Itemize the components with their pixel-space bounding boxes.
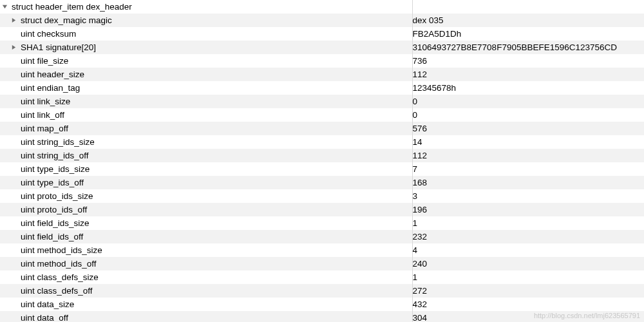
row-value-label: 3106493727B8E7708F7905BBEFE1596C123756CD bbox=[413, 43, 618, 52]
row-name-label: uint method_ids_size bbox=[21, 243, 102, 257]
row-value-cell: FB2A5D1Dh bbox=[412, 27, 644, 41]
row-value-label: 0 bbox=[413, 110, 418, 120]
table-row[interactable]: uint method_ids_off240 bbox=[0, 257, 644, 270]
table-row[interactable]: uint endian_tag12345678h bbox=[0, 81, 644, 95]
table-row[interactable]: uint link_off0 bbox=[0, 108, 644, 122]
row-value-cell: 112 bbox=[412, 68, 644, 81]
table-row[interactable]: uint class_defs_size1 bbox=[0, 270, 644, 284]
row-name-label: uint field_ids_off bbox=[21, 230, 83, 243]
row-name-label: uint data_size bbox=[21, 298, 74, 311]
svg-marker-0 bbox=[2, 5, 6, 8]
table-row[interactable]: uint field_ids_off232 bbox=[0, 230, 644, 243]
table-row[interactable]: uint proto_ids_size3 bbox=[0, 189, 644, 203]
table-row[interactable]: uint string_ids_off112 bbox=[0, 149, 644, 162]
row-value-label: 196 bbox=[413, 205, 428, 214]
row-name-label: uint link_size bbox=[21, 95, 70, 108]
row-value-cell: 0 bbox=[412, 108, 644, 122]
row-name-cell: uint method_ids_size bbox=[0, 243, 412, 257]
row-value-label: 1 bbox=[413, 218, 418, 228]
row-name-label: uint string_ids_off bbox=[21, 149, 89, 162]
row-name-cell: uint class_defs_size bbox=[0, 270, 412, 284]
row-value-cell: 112 bbox=[412, 149, 644, 162]
chevron-right-icon[interactable] bbox=[9, 43, 18, 52]
table-row[interactable]: uint proto_ids_off196 bbox=[0, 203, 644, 216]
row-name-cell: uint method_ids_off bbox=[0, 257, 412, 270]
row-value-cell: dex 035 bbox=[412, 14, 644, 27]
row-value-cell: 168 bbox=[412, 176, 644, 189]
table-row[interactable]: uint header_size112 bbox=[0, 68, 644, 81]
row-name-label: uint type_ids_off bbox=[21, 176, 84, 189]
row-name-cell: uint proto_ids_off bbox=[0, 203, 412, 216]
row-value-label: 3 bbox=[413, 191, 418, 201]
row-name-cell: uint checksum bbox=[0, 27, 412, 41]
row-name-cell: uint string_ids_off bbox=[0, 149, 412, 162]
row-name-cell: uint type_ids_off bbox=[0, 176, 412, 189]
row-name-label: uint map_off bbox=[21, 122, 68, 135]
struct-tree-body: struct header_item dex_headerstruct dex_… bbox=[0, 0, 644, 322]
table-row[interactable]: struct dex_magic magicdex 035 bbox=[0, 14, 644, 27]
row-name-label: uint link_off bbox=[21, 108, 64, 122]
struct-tree-table: struct header_item dex_headerstruct dex_… bbox=[0, 0, 644, 322]
row-name-cell: struct header_item dex_header bbox=[0, 0, 412, 14]
row-name-cell: uint string_ids_size bbox=[0, 135, 412, 149]
table-row[interactable]: uint data_size432 bbox=[0, 298, 644, 311]
row-value-cell: 432 bbox=[412, 298, 644, 311]
row-value-cell: 4 bbox=[412, 243, 644, 257]
row-name-label: uint proto_ids_size bbox=[21, 189, 93, 203]
row-name-cell: uint link_off bbox=[0, 108, 412, 122]
table-row[interactable]: uint type_ids_size7 bbox=[0, 162, 644, 176]
row-value-cell: 240 bbox=[412, 257, 644, 270]
row-name-cell: uint link_size bbox=[0, 95, 412, 108]
row-value-cell: 272 bbox=[412, 284, 644, 298]
row-value-label: dex 035 bbox=[413, 15, 444, 25]
row-name-cell: uint map_off bbox=[0, 122, 412, 135]
row-value-label: 4 bbox=[413, 245, 418, 255]
table-row[interactable]: uint file_size736 bbox=[0, 54, 644, 68]
row-name-cell: uint data_off bbox=[0, 311, 412, 322]
row-value-label: 1 bbox=[413, 272, 418, 282]
row-value-cell: 14 bbox=[412, 135, 644, 149]
table-row[interactable]: uint checksumFB2A5D1Dh bbox=[0, 27, 644, 41]
row-value-cell: 3 bbox=[412, 189, 644, 203]
row-name-label: uint header_size bbox=[21, 68, 84, 81]
row-value-label: 576 bbox=[413, 124, 428, 133]
row-value-label: 232 bbox=[413, 232, 428, 242]
table-row[interactable]: uint class_defs_off272 bbox=[0, 284, 644, 298]
row-name-label: uint proto_ids_off bbox=[21, 203, 87, 216]
row-name-label: uint field_ids_size bbox=[21, 216, 90, 230]
table-row[interactable]: uint link_size0 bbox=[0, 95, 644, 108]
row-name-label: struct header_item dex_header bbox=[12, 0, 132, 14]
row-value-label: 736 bbox=[413, 56, 428, 66]
row-name-label: SHA1 signature[20] bbox=[21, 41, 96, 54]
row-name-cell: uint header_size bbox=[0, 68, 412, 81]
row-value-label: 12345678h bbox=[413, 83, 457, 93]
chevron-down-icon[interactable] bbox=[0, 3, 9, 12]
row-value-label: FB2A5D1Dh bbox=[413, 29, 462, 39]
row-name-label: uint file_size bbox=[21, 54, 68, 68]
table-row[interactable]: uint map_off576 bbox=[0, 122, 644, 135]
row-name-cell: uint data_size bbox=[0, 298, 412, 311]
table-row[interactable]: uint method_ids_size4 bbox=[0, 243, 644, 257]
table-row[interactable]: struct header_item dex_header bbox=[0, 0, 644, 14]
table-row[interactable]: SHA1 signature[20]3106493727B8E7708F7905… bbox=[0, 41, 644, 54]
row-name-label: uint type_ids_size bbox=[21, 162, 90, 176]
row-value-label: 272 bbox=[413, 286, 428, 296]
row-name-cell: uint proto_ids_size bbox=[0, 189, 412, 203]
row-name-cell: struct dex_magic magic bbox=[0, 14, 412, 27]
row-value-label: 240 bbox=[413, 259, 428, 269]
svg-marker-2 bbox=[12, 45, 15, 50]
table-row[interactable]: uint string_ids_size14 bbox=[0, 135, 644, 149]
table-row[interactable]: uint field_ids_size1 bbox=[0, 216, 644, 230]
table-row[interactable]: uint type_ids_off168 bbox=[0, 176, 644, 189]
row-value-cell: 1 bbox=[412, 270, 644, 284]
row-value-cell: 1 bbox=[412, 216, 644, 230]
row-name-cell: uint class_defs_off bbox=[0, 284, 412, 298]
row-value-cell: 232 bbox=[412, 230, 644, 243]
row-name-cell: uint endian_tag bbox=[0, 81, 412, 95]
row-value-cell: 0 bbox=[412, 95, 644, 108]
row-value-cell bbox=[412, 0, 644, 14]
row-name-cell: uint field_ids_size bbox=[0, 216, 412, 230]
row-name-label: uint endian_tag bbox=[21, 81, 80, 95]
row-name-cell: uint file_size bbox=[0, 54, 412, 68]
chevron-right-icon[interactable] bbox=[9, 16, 18, 25]
